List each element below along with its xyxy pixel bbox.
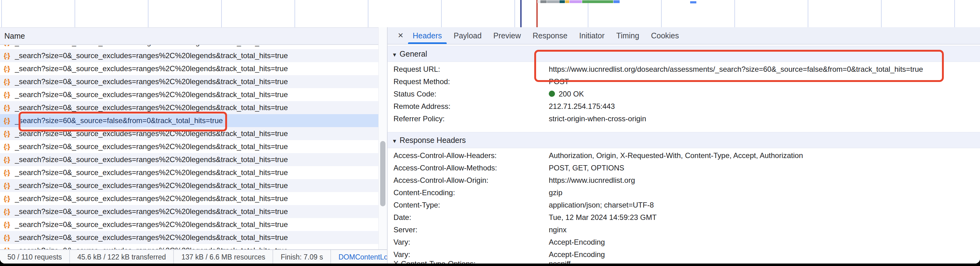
header-value: 200 OK: [549, 88, 584, 100]
tab-headers[interactable]: Headers: [407, 27, 448, 44]
request-name: _search?size=0&_source_excludes=ranges%2…: [15, 45, 288, 49]
header-value: nginx: [549, 224, 566, 236]
request-list-scrollbar-thumb[interactable]: [380, 141, 385, 206]
json-file-icon: {:}: [4, 114, 9, 127]
waterfall-bar: [560, 0, 565, 3]
header-value: Accept-Encoding: [549, 236, 605, 248]
request-details-panel: × HeadersPayloadPreviewResponseInitiator…: [388, 27, 980, 263]
request-name: _search?size=0&_source_excludes=ranges%2…: [15, 140, 288, 153]
tab-response[interactable]: Response: [527, 27, 574, 44]
json-file-icon: {:}: [4, 49, 9, 62]
request-row[interactable]: {:}_search?size=0&_source_excludes=range…: [0, 88, 378, 101]
json-file-icon: {:}: [4, 231, 9, 244]
request-name: _search?size=0&_source_excludes=ranges%2…: [15, 231, 288, 244]
waterfall-bar: [541, 0, 547, 3]
details-tab-bar: × HeadersPayloadPreviewResponseInitiator…: [388, 27, 980, 45]
json-file-icon: {:}: [4, 101, 9, 114]
request-name: _search?size=0&_source_excludes=ranges%2…: [15, 49, 288, 62]
request-row[interactable]: {:}_search?size=0&_source_excludes=range…: [0, 179, 378, 192]
request-row[interactable]: {:}_search?size=0&_source_excludes=range…: [0, 49, 378, 62]
status-item: Finish: 7.09 s: [273, 250, 331, 263]
header-row: Request Method:POST: [388, 75, 980, 88]
header-name: Server:: [393, 224, 417, 236]
header-row: Vary:Accept-Encoding: [388, 248, 980, 261]
header-value: POST, GET, OPTIONS: [549, 162, 624, 174]
header-row: Vary:Accept-Encoding: [388, 236, 980, 248]
waterfall-bar: [570, 0, 582, 3]
header-value: https://www.iucnredlist.org: [549, 174, 635, 186]
request-row[interactable]: {:}_search?size=0&_source_excludes=range…: [0, 153, 378, 166]
json-file-icon: {:}: [4, 166, 9, 179]
request-row[interactable]: {:}_search?size=0&_source_excludes=range…: [0, 166, 378, 179]
tab-cookies[interactable]: Cookies: [645, 27, 684, 44]
request-name: _search?size=0&_source_excludes=ranges%2…: [15, 244, 288, 249]
status-item: 50 / 110 requests: [0, 250, 70, 263]
header-name: Access-Control-Allow-Headers:: [393, 150, 496, 162]
json-file-icon: {:}: [4, 244, 9, 249]
close-icon[interactable]: ×: [394, 27, 407, 44]
header-value: Authorization, Origin, X-Requested-With,…: [549, 150, 803, 162]
header-row: Content-Encoding:gzip: [388, 186, 980, 199]
header-row: Remote Address:212.71.254.175:443: [388, 100, 980, 113]
tab-payload[interactable]: Payload: [448, 27, 487, 44]
request-row-selected[interactable]: {:}_search?size=60&_source=false&from=0&…: [0, 114, 378, 127]
tab-preview[interactable]: Preview: [487, 27, 527, 44]
request-name: _search?size=0&_source_excludes=ranges%2…: [15, 192, 288, 205]
request-name: _search?size=0&_source_excludes=ranges%2…: [15, 88, 288, 101]
json-file-icon: {:}: [4, 88, 9, 101]
header-name: Vary:: [393, 248, 410, 261]
request-list: {:} _search?size=0&_source_excludes=rang…: [0, 45, 378, 249]
json-file-icon: {:}: [4, 179, 9, 192]
header-row: Content-Type:application/json; charset=U…: [388, 199, 980, 211]
waterfall-bar: [547, 0, 560, 3]
header-value: application/json; charset=UTF-8: [549, 199, 654, 211]
request-row[interactable]: {:}_search?size=0&_source_excludes=range…: [0, 205, 378, 218]
request-row[interactable]: {:}_search?size=0&_source_excludes=range…: [0, 75, 378, 88]
section-title: Response Headers: [400, 136, 466, 145]
section-header-response-headers[interactable]: ▼Response Headers: [388, 132, 980, 148]
request-row[interactable]: {:}_search?size=0&_source_excludes=range…: [0, 218, 378, 231]
header-value: strict-origin-when-cross-origin: [549, 113, 646, 125]
waterfall-bar: [537, 0, 541, 3]
request-name: _search?size=0&_source_excludes=ranges%2…: [15, 218, 288, 231]
network-overview-strip[interactable]: [0, 0, 980, 28]
request-name: _search?size=0&_source_excludes=ranges%2…: [15, 179, 288, 192]
request-row-partial[interactable]: {:} _search?size=0&_source_excludes=rang…: [0, 45, 378, 49]
request-row[interactable]: {:}_search?size=0&_source_excludes=range…: [0, 231, 378, 244]
dom-content-loaded-event-line: [520, 0, 522, 27]
status-domcontentloaded[interactable]: DOMContentLo: [331, 250, 387, 263]
request-row[interactable]: {:}_search?size=0&_source_excludes=range…: [0, 140, 378, 153]
name-column-header[interactable]: Name: [0, 28, 387, 45]
section-header-general[interactable]: ▼General: [388, 46, 980, 62]
request-row[interactable]: {:}_search?size=0&_source_excludes=range…: [0, 101, 378, 114]
json-file-icon: {:}: [4, 75, 9, 88]
request-name: _search?size=0&_source_excludes=ranges%2…: [15, 62, 288, 75]
request-row[interactable]: {:}_search?size=0&_source_excludes=range…: [0, 62, 378, 75]
header-row: Access-Control-Allow-Headers:Authorizati…: [388, 150, 980, 162]
waterfall-bar: [613, 0, 620, 3]
json-file-icon: {:}: [4, 205, 9, 218]
request-name: _search?size=0&_source_excludes=ranges%2…: [15, 205, 288, 218]
header-value: POST: [549, 75, 569, 88]
json-file-icon: {:}: [4, 218, 9, 231]
tab-initiator[interactable]: Initiator: [573, 27, 610, 44]
header-row: Request URL:https://www.iucnredlist.org/…: [388, 63, 980, 75]
disclosure-triangle-icon: ▼: [392, 134, 397, 149]
json-file-icon: {:}: [4, 62, 9, 75]
header-row: Date:Tue, 12 Mar 2024 14:59:23 GMT: [388, 211, 980, 224]
header-name: Status Code:: [393, 88, 436, 100]
tab-timing[interactable]: Timing: [610, 27, 645, 44]
request-row[interactable]: {:}_search?size=0&_source_excludes=range…: [0, 192, 378, 205]
waterfall-bar: [582, 0, 613, 3]
request-name: _search?size=60&_source=false&from=0&tra…: [15, 114, 223, 127]
request-row[interactable]: {:}_search?size=0&_source_excludes=range…: [0, 127, 378, 140]
request-list-scrollbar-track[interactable]: [378, 27, 388, 249]
header-name: Content-Encoding:: [393, 186, 455, 199]
request-name: _search?size=0&_source_excludes=ranges%2…: [15, 127, 288, 140]
header-value: Tue, 12 Mar 2024 14:59:23 GMT: [549, 211, 657, 224]
name-column-label: Name: [0, 32, 25, 40]
header-name: Date:: [393, 211, 411, 224]
request-name: _search?size=0&_source_excludes=ranges%2…: [15, 153, 288, 166]
request-row[interactable]: {:}_search?size=0&_source_excludes=range…: [0, 244, 378, 249]
waterfall-bar: [690, 1, 696, 3]
